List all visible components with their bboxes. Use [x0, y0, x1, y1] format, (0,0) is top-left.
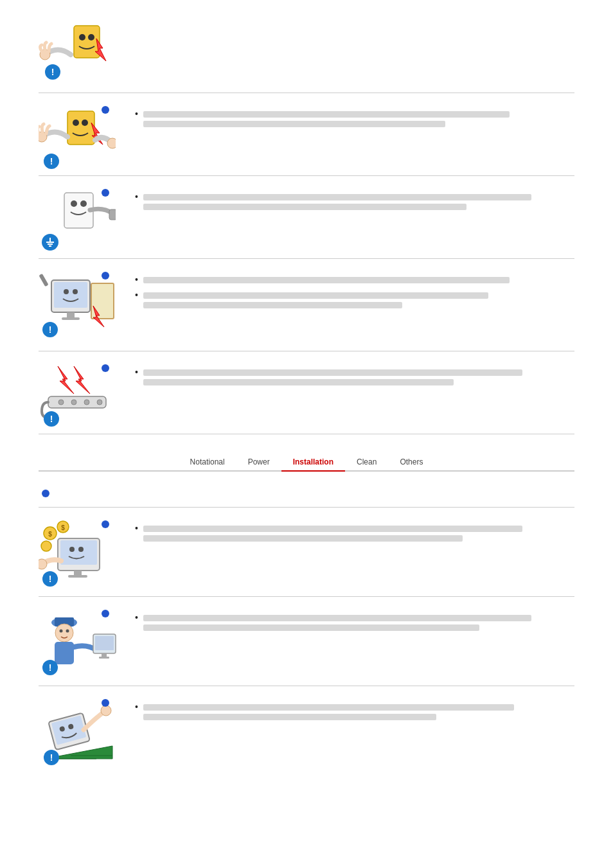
bullet-b4-1	[129, 701, 574, 723]
svg-point-16	[80, 200, 87, 207]
nav-clean[interactable]: Clean	[345, 454, 388, 470]
bullet-b2-1	[129, 522, 574, 545]
section-5: !	[39, 351, 574, 434]
section-b4: !	[39, 686, 574, 775]
svg-text:!: !	[49, 324, 52, 335]
bullet-4-2	[129, 289, 574, 312]
illustration-b3: !	[39, 608, 116, 679]
nav-power[interactable]: Power	[236, 454, 281, 470]
page-container: !	[0, 0, 613, 801]
circle-indicator-b4	[102, 699, 109, 707]
section-b2: $ $ !	[39, 507, 574, 597]
section-b3: !	[39, 597, 574, 686]
coins-monitor-svg: $ $ !	[39, 519, 119, 589]
standalone-circle-area	[42, 484, 574, 502]
svg-point-51	[39, 559, 47, 569]
section-b4-content	[116, 698, 574, 726]
section-1: !	[39, 13, 574, 93]
svg-point-15	[71, 200, 77, 207]
svg-point-1	[79, 34, 85, 40]
svg-point-26	[73, 289, 78, 294]
svg-point-73	[101, 705, 111, 716]
illustration-2: !	[39, 105, 116, 169]
section-4: !	[39, 259, 574, 351]
nav-bar: Notational Power Installation Clean Othe…	[39, 454, 574, 472]
person-monitor-svg: !	[39, 608, 119, 678]
svg-point-43	[78, 547, 84, 552]
svg-text:!: !	[50, 156, 53, 166]
standalone-blue-circle	[42, 490, 49, 497]
svg-point-37	[97, 400, 102, 405]
svg-point-36	[84, 400, 89, 405]
circle-indicator-b3	[102, 610, 109, 617]
svg-point-50	[41, 541, 51, 551]
svg-point-56	[55, 624, 73, 642]
illustration-3	[39, 188, 116, 252]
svg-rect-6	[67, 111, 94, 145]
svg-point-2	[88, 34, 94, 40]
monitor-window-svg: !	[39, 270, 119, 341]
svg-text:$: $	[48, 531, 52, 538]
svg-point-58	[66, 630, 69, 633]
svg-text:!: !	[50, 752, 53, 763]
section-b3-content	[116, 608, 574, 637]
powerstrip-svg: !	[39, 363, 116, 427]
svg-point-34	[58, 400, 64, 405]
section-b2-content	[116, 519, 574, 547]
svg-point-57	[60, 630, 63, 633]
svg-rect-61	[95, 636, 114, 650]
grounding-svg	[39, 188, 116, 255]
circle-indicator-b2	[102, 520, 109, 528]
svg-rect-63	[99, 657, 109, 659]
svg-point-42	[69, 547, 75, 552]
bullet-5-1	[129, 366, 574, 389]
section-3	[39, 176, 574, 259]
section-4-content	[116, 270, 574, 314]
circle-indicator-3	[102, 189, 109, 197]
svg-text:!: !	[49, 574, 52, 584]
circle-indicator-5	[102, 364, 109, 372]
section-5-content	[116, 363, 574, 391]
nav-power-label: Power	[248, 457, 270, 466]
bullet-2-1	[129, 108, 574, 130]
falling-warning-svg: !	[39, 698, 119, 767]
nav-notational[interactable]: Notational	[179, 454, 236, 470]
nav-installation[interactable]: Installation	[281, 454, 345, 470]
bullet-4-1	[129, 274, 574, 287]
nav-installation-label: Installation	[293, 457, 333, 466]
nav-notational-label: Notational	[190, 457, 225, 466]
svg-rect-29	[91, 283, 114, 319]
svg-rect-17	[109, 209, 116, 220]
svg-point-35	[71, 400, 76, 405]
circle-indicator-4	[102, 272, 109, 279]
illustration-1: !	[39, 19, 116, 84]
svg-rect-41	[60, 540, 97, 565]
section-3-content	[116, 188, 574, 216]
svg-rect-24	[54, 282, 87, 308]
svg-rect-62	[102, 653, 107, 657]
svg-text:!: !	[50, 414, 53, 424]
section-2: !	[39, 93, 574, 176]
electric-warning-svg-2: !	[39, 105, 116, 172]
svg-text:!: !	[51, 67, 55, 77]
svg-rect-28	[62, 317, 80, 320]
electric-warning-svg-1: !	[39, 19, 116, 84]
svg-point-25	[64, 289, 69, 294]
svg-point-7	[73, 120, 79, 126]
nav-container: Notational Power Installation Clean Othe…	[39, 454, 574, 472]
nav-clean-label: Clean	[357, 457, 377, 466]
svg-rect-0	[74, 26, 100, 58]
svg-point-10	[107, 138, 116, 148]
svg-rect-44	[74, 571, 82, 575]
bullet-3-1	[129, 191, 574, 213]
bullet-b3-1	[129, 612, 574, 634]
nav-others[interactable]: Others	[388, 454, 434, 470]
svg-rect-30	[39, 274, 48, 287]
svg-rect-45	[68, 575, 87, 578]
nav-others-label: Others	[400, 457, 423, 466]
svg-rect-27	[67, 312, 75, 317]
illustration-b4: !	[39, 698, 116, 768]
illustration-b2: $ $ !	[39, 519, 116, 590]
svg-rect-59	[55, 642, 74, 664]
illustration-5: !	[39, 363, 116, 427]
